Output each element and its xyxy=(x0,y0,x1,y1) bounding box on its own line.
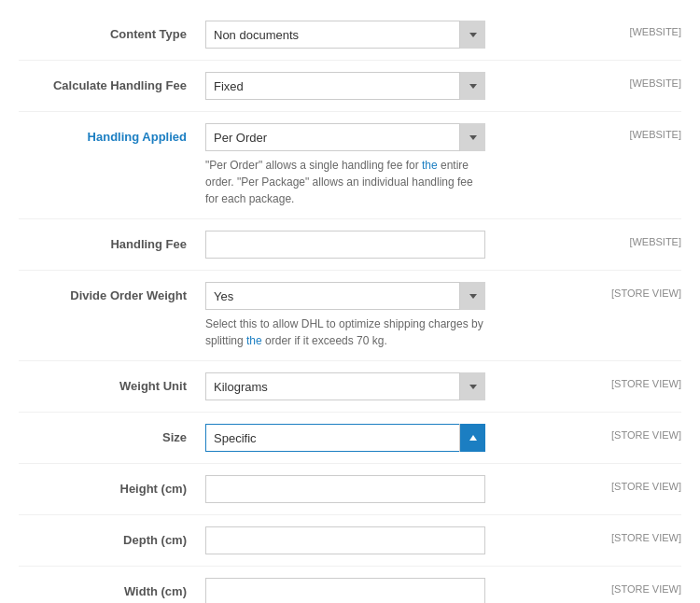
field-content-type: Non documentsDocuments xyxy=(205,21,597,49)
field-size: SpecificRegular xyxy=(205,424,597,452)
field-depth-cm xyxy=(205,526,597,554)
select-wrapper-divide-order-weight: YesNo xyxy=(205,282,485,310)
select-wrapper-content-type: Non documentsDocuments xyxy=(205,21,485,49)
scope-handling-applied: [WEBSITE] xyxy=(597,123,681,140)
input-handling-fee[interactable] xyxy=(205,231,485,259)
form-row-weight-unit: Weight UnitKilogramsPounds[STORE VIEW] xyxy=(19,361,681,413)
form-row-divide-order-weight: Divide Order WeightYesNoSelect this to a… xyxy=(19,271,681,361)
form-row-width-cm: Width (cm)[STORE VIEW] xyxy=(19,567,681,603)
label-width-cm: Width (cm) xyxy=(19,578,205,600)
form-row-handling-fee: Handling Fee[WEBSITE] xyxy=(19,219,681,271)
field-width-cm xyxy=(205,578,597,603)
form-row-size: SizeSpecificRegular[STORE VIEW] xyxy=(19,413,681,464)
scope-weight-unit: [STORE VIEW] xyxy=(597,372,681,389)
select-handling-applied[interactable]: Per OrderPer Package xyxy=(205,123,485,151)
select-size[interactable]: SpecificRegular xyxy=(205,424,485,452)
label-height-cm: Height (cm) xyxy=(19,475,205,498)
select-wrapper-handling-applied: Per OrderPer Package xyxy=(205,123,485,151)
scope-content-type: [WEBSITE] xyxy=(597,21,681,37)
scope-handling-fee: [WEBSITE] xyxy=(597,231,681,247)
select-wrapper-calculate-handling-fee: FixedPercent xyxy=(205,72,485,100)
label-calculate-handling-fee: Calculate Handling Fee xyxy=(19,72,205,94)
hint-divide-order-weight: Select this to allow DHL to optimize shi… xyxy=(205,316,485,349)
form-row-depth-cm: Depth (cm)[STORE VIEW] xyxy=(19,515,681,567)
label-weight-unit: Weight Unit xyxy=(19,372,205,395)
hint-highlight: the xyxy=(246,334,262,347)
scope-width-cm: [STORE VIEW] xyxy=(597,578,681,595)
select-weight-unit[interactable]: KilogramsPounds xyxy=(205,372,485,400)
select-calculate-handling-fee[interactable]: FixedPercent xyxy=(205,72,485,100)
scope-depth-cm: [STORE VIEW] xyxy=(597,526,681,543)
field-divide-order-weight: YesNoSelect this to allow DHL to optimiz… xyxy=(205,282,597,349)
scope-size: [STORE VIEW] xyxy=(597,424,681,441)
scope-calculate-handling-fee: [WEBSITE] xyxy=(597,72,681,89)
select-divide-order-weight[interactable]: YesNo xyxy=(205,282,485,310)
label-content-type: Content Type xyxy=(19,21,205,43)
hint-highlight: the xyxy=(422,159,438,172)
label-divide-order-weight: Divide Order Weight xyxy=(19,282,205,304)
form-row-height-cm: Height (cm)[STORE VIEW] xyxy=(19,464,681,515)
select-wrapper-weight-unit: KilogramsPounds xyxy=(205,372,485,400)
form-row-content-type: Content TypeNon documentsDocuments[WEBSI… xyxy=(19,9,681,61)
label-size: Size xyxy=(19,424,205,446)
field-handling-fee xyxy=(205,231,597,259)
label-depth-cm: Depth (cm) xyxy=(19,526,205,549)
field-weight-unit: KilogramsPounds xyxy=(205,372,597,400)
label-handling-applied: Handling Applied xyxy=(19,123,205,146)
scope-divide-order-weight: [STORE VIEW] xyxy=(597,282,681,299)
field-handling-applied: Per OrderPer Package"Per Order" allows a… xyxy=(205,123,597,207)
input-height-cm[interactable] xyxy=(205,475,485,503)
select-wrapper-size: SpecificRegular xyxy=(205,424,485,452)
scope-height-cm: [STORE VIEW] xyxy=(597,475,681,492)
select-content-type[interactable]: Non documentsDocuments xyxy=(205,21,485,49)
label-handling-fee: Handling Fee xyxy=(19,231,205,253)
form-row-calculate-handling-fee: Calculate Handling FeeFixedPercent[WEBSI… xyxy=(19,61,681,112)
input-width-cm[interactable] xyxy=(205,578,485,603)
input-depth-cm[interactable] xyxy=(205,526,485,554)
form-row-handling-applied: Handling AppliedPer OrderPer Package"Per… xyxy=(19,112,681,219)
hint-handling-applied: "Per Order" allows a single handling fee… xyxy=(205,157,485,207)
field-height-cm xyxy=(205,475,597,503)
field-calculate-handling-fee: FixedPercent xyxy=(205,72,597,100)
